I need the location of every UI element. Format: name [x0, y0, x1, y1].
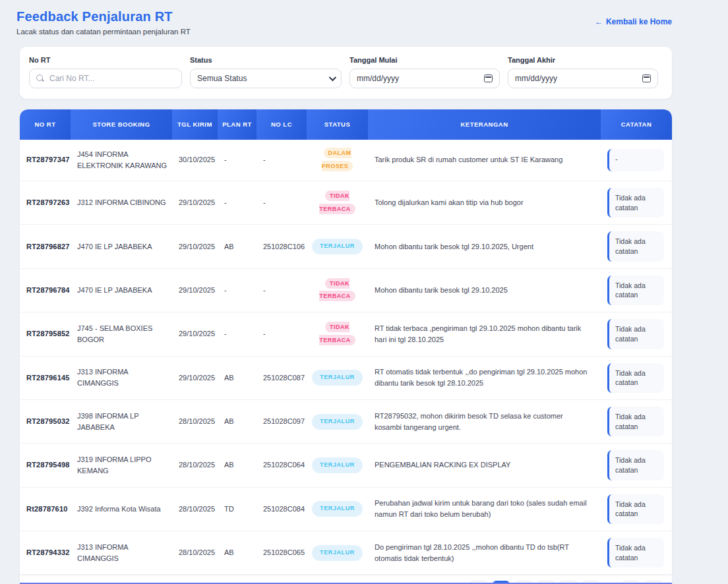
- cell-status: TERJALUR: [307, 451, 368, 480]
- tanggal-mulai-label: Tanggal Mulai: [349, 56, 500, 64]
- cell-no-lc: 251028C106: [257, 235, 307, 259]
- status-select-value: Semua Status: [197, 74, 247, 83]
- cell-keterangan: Tarik produk SR di rumah customer untuk …: [368, 148, 601, 172]
- cell-no-rt: RT28795032: [20, 409, 71, 434]
- cell-catatan: -: [601, 142, 672, 178]
- cell-no-lc: 251028C097: [257, 409, 307, 434]
- filter-tanggal-akhir: Tanggal Akhir mm/dd/yyyy: [508, 56, 658, 88]
- cell-keterangan: Mohon dibantu tarik besok tgl 29.10.2025: [368, 278, 601, 303]
- column-header-no-lc: NO LC: [257, 109, 307, 140]
- cell-no-lc: -: [257, 190, 307, 215]
- table-row: RT28794332J313 INFORMA CIMANGGIS28/10/20…: [20, 531, 672, 575]
- cell-store-booking: J745 - SELMA BOXIES BOGOR: [71, 316, 172, 352]
- cell-tgl-kirim: 28/10/2025: [172, 540, 218, 565]
- cell-status: TERJALUR: [307, 232, 368, 261]
- column-header-catatan: CATATAN: [601, 109, 672, 140]
- column-header-no-rt: NO RT: [20, 109, 71, 140]
- cell-no-lc: 251028C065: [257, 540, 307, 565]
- cell-status: TERJALUR: [307, 363, 368, 392]
- cell-plan-rt: AB: [218, 540, 257, 565]
- table-row: RT28797347J454 INFORMA ELEKTRONIK KARAWA…: [20, 140, 672, 181]
- cell-plan-rt: -: [218, 278, 257, 303]
- cell-store-booking: J398 INFORMA LP JABABEKA: [71, 404, 172, 440]
- cell-no-rt: RT28797263: [20, 190, 71, 215]
- catatan-note-box: Tidak ada catatan: [607, 276, 664, 305]
- feedback-table: NO RTSTORE BOOKINGTGL KIRIMPLAN RTNO LCS…: [20, 109, 672, 584]
- cell-status: TERJALUR: [307, 539, 368, 568]
- cell-status: TERJALUR: [307, 407, 368, 436]
- catatan-note-box: Tidak ada catatan: [607, 319, 664, 349]
- table-header-row: NO RTSTORE BOOKINGTGL KIRIMPLAN RTNO LCS…: [20, 109, 672, 140]
- cell-no-rt: RT28795498: [20, 453, 71, 477]
- cell-tgl-kirim: 28/10/2025: [172, 497, 218, 521]
- cell-status: DALAM PROSES: [307, 140, 368, 180]
- cell-catatan: Tidak ada catatan: [601, 488, 672, 531]
- status-badge: TERJALUR: [312, 501, 363, 517]
- cell-plan-rt: TD: [218, 497, 257, 521]
- cell-plan-rt: AB: [218, 366, 257, 390]
- cell-tgl-kirim: 30/10/2025: [172, 148, 218, 172]
- cell-tgl-kirim: 29/10/2025: [172, 278, 218, 303]
- cell-no-rt: RT28796145: [20, 366, 71, 390]
- catatan-note-box: Tidak ada catatan: [607, 363, 664, 393]
- cell-store-booking: J313 INFORMA CIMANGGIS: [71, 360, 172, 395]
- cell-catatan: Tidak ada catatan: [601, 181, 672, 224]
- tanggal-akhir-input[interactable]: mm/dd/yyyy: [508, 69, 658, 88]
- table-row: RT28796145J313 INFORMA CIMANGGIS29/10/20…: [20, 357, 672, 400]
- cell-no-lc: 251028C087: [257, 366, 307, 390]
- cell-keterangan: PENGEMBALIAN RACKING EX DISPLAY: [368, 453, 601, 477]
- cell-status: TIDAK TERBACA: [307, 271, 368, 310]
- cell-tgl-kirim: 29/10/2025: [172, 235, 218, 259]
- catatan-note-box: Tidak ada catatan: [607, 188, 664, 218]
- cell-plan-rt: AB: [218, 453, 257, 477]
- cell-catatan: Tidak ada catatan: [601, 444, 672, 486]
- status-badge: TERJALUR: [312, 239, 363, 254]
- cell-plan-rt: -: [218, 322, 257, 346]
- cell-catatan: Tidak ada catatan: [601, 312, 672, 355]
- table-row: RT28797263J312 INFORMA CIBINONG29/10/202…: [20, 181, 672, 225]
- table-row: RT28796784J470 IE LP JABABEKA29/10/2025-…: [20, 269, 672, 312]
- cell-no-rt: RT28795852: [20, 322, 71, 346]
- cell-catatan: Tidak ada catatan: [601, 531, 672, 574]
- cell-no-rt: RT28796827: [20, 235, 71, 259]
- column-header-status: STATUS: [307, 109, 368, 140]
- search-input[interactable]: Cari No RT...: [29, 69, 182, 88]
- calendar-icon[interactable]: [484, 74, 493, 82]
- filter-no-rt: No RT Cari No RT...: [29, 56, 182, 88]
- cell-plan-rt: AB: [218, 235, 257, 259]
- back-to-home-link[interactable]: ←Kembali ke Home: [595, 17, 672, 26]
- cell-catatan: Tidak ada catatan: [601, 269, 672, 312]
- column-header-tgl-kirim: TGL KIRIM: [172, 109, 218, 140]
- catatan-note-box: Tidak ada catatan: [607, 538, 664, 568]
- status-badge: TIDAK TERBACA: [319, 192, 355, 212]
- calendar-icon[interactable]: [642, 74, 651, 82]
- cell-status: TIDAK TERBACA: [307, 314, 368, 354]
- cell-catatan: Tidak ada catatan: [601, 400, 672, 443]
- filter-bar: No RT Cari No RT... Status Semua Status …: [20, 47, 672, 99]
- cell-no-rt: Rt28787610: [20, 497, 71, 521]
- column-header-store-booking: STORE BOOKING: [71, 109, 172, 140]
- status-label: Status: [190, 56, 342, 64]
- status-badge-label: TIDAK TERBACA: [319, 278, 355, 302]
- arrow-left-icon: ←: [595, 17, 603, 26]
- cell-status: TERJALUR: [307, 494, 368, 523]
- column-header-keterangan: KETERANGAN: [368, 109, 601, 140]
- status-badge-label: TIDAK TERBACA: [319, 322, 355, 345]
- catatan-note-box: Tidak ada catatan: [607, 407, 664, 436]
- filter-status: Status Semua Status: [190, 56, 342, 88]
- search-placeholder: Cari No RT...: [49, 74, 94, 83]
- status-badge: TIDAK TERBACA: [319, 280, 355, 300]
- cell-tgl-kirim: 28/10/2025: [172, 409, 218, 434]
- cell-no-lc: -: [257, 322, 307, 346]
- cell-keterangan: RT tidak terbaca ,pengiriman tgl 29.10.2…: [368, 316, 601, 352]
- status-select[interactable]: Semua Status: [190, 69, 342, 88]
- table-row: RT28796827J470 IE LP JABABEKA29/10/2025A…: [20, 225, 672, 268]
- cell-store-booking: J454 INFORMA ELEKTRONIK KARAWANG: [71, 142, 172, 178]
- cell-plan-rt: -: [218, 148, 257, 172]
- cell-keterangan: RT28795032, mohon dikirim besok TD selas…: [368, 404, 601, 440]
- cell-keterangan: Perubahan jadwal kirim untuk barang dari…: [368, 491, 601, 527]
- tanggal-mulai-input[interactable]: mm/dd/yyyy: [349, 69, 500, 88]
- cell-plan-rt: AB: [218, 409, 257, 434]
- page-heading: Feedback Penjaluran RT Lacak status dan …: [16, 9, 191, 36]
- table-row: Rt28787610J392 Informa Kota Wisata28/10/…: [20, 488, 672, 531]
